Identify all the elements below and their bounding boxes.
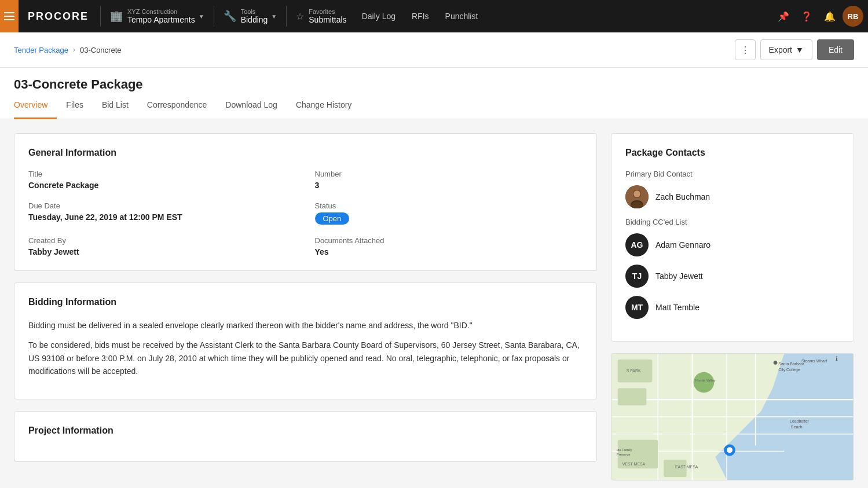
documents-label: Documents Attached [315,236,583,245]
status-field: Status Open [315,201,583,225]
tools-icon: 🔧 [224,10,236,23]
documents-value: Yes [315,247,583,256]
breadcrumb-actions: ⋮ Export ▼ Edit [735,39,854,60]
svg-point-6 [633,190,640,197]
status-label: Status [315,201,583,210]
nav-divider-3 [286,6,287,27]
tab-overview[interactable]: Overview [14,92,57,119]
user-avatar[interactable]: RB [843,6,863,27]
bidding-para-1: Bidding must be delivered in a sealed en… [28,319,583,332]
page-title-bar: 03-Concrete Package [0,68,868,92]
procore-logo[interactable]: PROCORE [19,10,98,23]
tab-download-log[interactable]: Download Log [216,92,287,119]
page-title: 03-Concrete Package [14,77,854,92]
cc-contact-avatar-0: AG [625,233,649,256]
edit-button[interactable]: Edit [817,39,854,60]
package-contacts-card: Package Contacts Primary Bid Contact Zac… [611,133,854,342]
export-button[interactable]: Export ▼ [760,39,812,60]
cc-contact-row-0: AG Adam Gennaro [625,233,840,256]
cc-contact-name-1: Tabby Jewett [655,271,703,281]
title-value: Concrete Package [28,181,296,190]
tab-bid-list[interactable]: Bid List [93,92,138,119]
cc-contact-row-1: TJ Tabby Jewett [625,265,840,288]
project-info-title: Project Information [28,425,583,436]
tab-correspondence[interactable]: Correspondence [138,92,217,119]
more-options-button[interactable]: ⋮ [735,39,756,60]
created-by-field: Created By Tabby Jewett [28,236,296,256]
title-field: Title Concrete Package [28,170,296,190]
breadcrumb: Tender Package › 03-Concrete [14,46,122,54]
due-date-field: Due Date Tuesday, June 22, 2019 at 12:00… [28,201,296,225]
svg-rect-39 [612,354,853,480]
daily-log-link[interactable]: Daily Log [354,0,404,32]
breadcrumb-current: 03-Concrete [80,46,122,54]
notifications-pin-icon[interactable]: 📌 [773,6,794,27]
general-info-card: General Information Title Concrete Packa… [14,133,597,271]
company-selector[interactable]: 🏢 XYZ Construction Tempo Apartments ▼ [103,0,211,32]
cc-contact-name-2: Matt Temble [655,303,699,312]
cc-contact-row-2: MT Matt Temble [625,296,840,319]
number-value: 3 [315,181,583,190]
breadcrumb-separator: › [73,46,75,54]
breadcrumb-parent-link[interactable]: Tender Package [14,46,68,54]
map-svg: S PARK Honda Valley las Family Preserve … [611,354,854,480]
company-chevron-down-icon: ▼ [199,13,204,20]
title-label: Title [28,170,296,178]
bidding-info-title: Bidding Information [28,297,583,307]
company-section-content: XYZ Construction Tempo Apartments [127,8,195,24]
left-column: General Information Title Concrete Packa… [14,133,597,488]
due-date-value: Tuesday, June 22, 2019 at 12:00 PM EST [28,212,296,222]
tools-section-content: Tools Bidding [241,8,268,24]
top-nav: PROCORE 🏢 XYZ Construction Tempo Apartme… [0,0,868,32]
documents-field: Documents Attached Yes [315,236,583,256]
nav-divider-1 [100,6,101,27]
rfis-link[interactable]: RFIs [404,0,437,32]
export-chevron-down-icon: ▼ [796,45,804,54]
number-field: Number 3 [315,170,583,190]
star-icon: ☆ [296,11,304,22]
sidebar-toggle-button[interactable] [0,0,19,32]
cc-contact-avatar-1: TJ [625,265,649,288]
primary-contact-name: Zach Buchman [655,192,710,201]
tabs-bar: Overview Files Bid List Correspondence D… [0,92,868,119]
svg-rect-1 [4,16,14,17]
map-container[interactable]: S PARK Honda Valley las Family Preserve … [611,353,854,480]
favorites-selector[interactable]: ☆ Favorites Submittals [289,0,353,32]
general-info-title: General Information [28,148,583,158]
help-icon[interactable]: ❓ [796,6,817,27]
nav-action-icons: 📌 ❓ 🔔 RB [773,6,868,27]
svg-rect-0 [4,12,14,13]
project-info-card: Project Information [14,411,597,462]
svg-rect-2 [4,19,14,20]
number-label: Number [315,170,583,178]
nav-divider-2 [214,6,214,27]
package-contacts-title: Package Contacts [625,148,840,158]
created-by-label: Created By [28,236,296,245]
bidding-info-text: Bidding must be delivered in a sealed en… [28,319,583,378]
primary-contact-row: Zach Buchman [625,185,840,208]
right-column: Package Contacts Primary Bid Contact Zac… [611,133,854,488]
favorites-section-content: Favorites Submittals [309,8,346,24]
tools-selector[interactable]: 🔧 Tools Bidding ▼ [217,0,284,32]
cc-contact-name-0: Adam Gennaro [655,240,710,249]
created-by-value: Tabby Jewett [28,247,296,256]
primary-bid-contact-label: Primary Bid Contact [625,170,840,178]
bidding-para-2: To be considered, bids must be received … [28,339,583,377]
bell-icon[interactable]: 🔔 [819,6,840,27]
tab-change-history[interactable]: Change History [287,92,361,119]
general-info-grid: Title Concrete Package Number 3 Due Date… [28,170,583,256]
tools-chevron-down-icon: ▼ [271,13,277,20]
status-badge: Open [315,212,350,225]
main-content: General Information Title Concrete Packa… [0,119,868,488]
cc-contact-avatar-2: MT [625,296,649,319]
bidding-info-card: Bidding Information Bidding must be deli… [14,282,597,399]
punchlist-link[interactable]: Punchlist [437,0,486,32]
tab-files[interactable]: Files [57,92,93,119]
primary-contact-avatar [625,185,649,208]
cc-list-label: Bidding CC'ed List [625,218,840,226]
breadcrumb-bar: Tender Package › 03-Concrete ⋮ Export ▼ … [0,32,868,68]
due-date-label: Due Date [28,201,296,210]
building-icon: 🏢 [110,10,123,23]
